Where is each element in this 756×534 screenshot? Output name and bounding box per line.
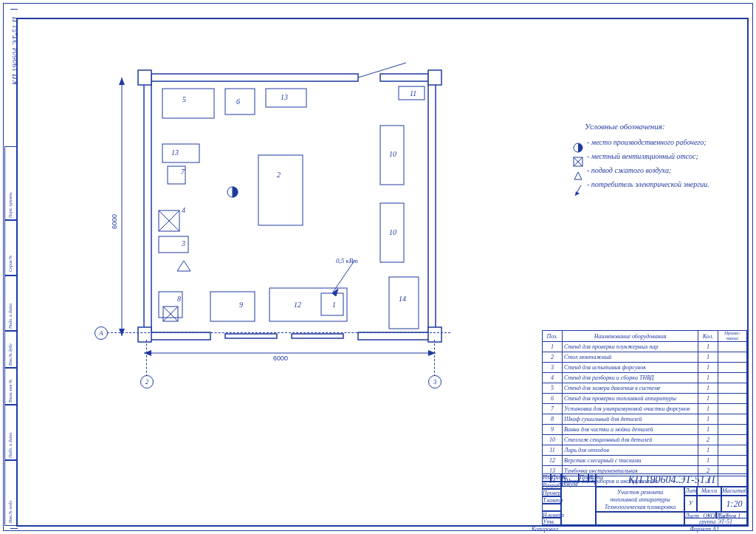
tb-blank [542, 504, 561, 511]
svg-rect-8 [358, 332, 436, 340]
legend-row-0: - место производственного рабочего; [566, 138, 743, 146]
eq-10l: 10 [389, 229, 396, 236]
svg-rect-1 [380, 74, 436, 81]
title-block: КП.190604.ЭТ-51.П Изм Лист № докум. Подп… [542, 473, 747, 525]
spec-table: Поз. Наименование оборудования Кол. Прим… [542, 330, 747, 487]
tb-razrab: Разраб [542, 482, 561, 489]
table-row: 12Верстак слесарный с тисками1 [543, 456, 747, 466]
table-row: 9Ванна для чистки и мойки деталей1 [543, 425, 747, 435]
eq-14: 14 [399, 295, 406, 303]
eq-13b: 13 [171, 149, 179, 157]
table-row: 8Шкаф сушильный для деталей1 [543, 414, 747, 425]
eq-9: 9 [239, 301, 243, 309]
dim-v [111, 70, 140, 351]
tb-u: У [684, 496, 697, 512]
power-lbl: 0,5 кВт [336, 257, 358, 264]
svg-rect-7 [292, 334, 343, 338]
legend-text-0: - место производственного рабочего; [587, 138, 707, 146]
tb-title-l1: Участок ремонта [617, 489, 664, 496]
tb-ndoc: № докум. [561, 473, 579, 482]
tb-org-l2: группа ЭТ-51 [699, 518, 732, 525]
dim-w-lbl: 6000 [273, 355, 288, 362]
svg-rect-10 [428, 70, 441, 85]
svg-rect-27 [258, 155, 303, 225]
legend-text-3: - потребитель электрической энергии. [587, 180, 709, 188]
eq-3: 3 [182, 240, 185, 247]
tb-title-l2: топливной аппаратуры [610, 496, 670, 503]
eq-13a: 13 [281, 94, 288, 101]
hdr-name: Наименование оборудования [563, 331, 698, 342]
legend: Условные обозначения: - место производст… [566, 122, 743, 194]
drawing-sheet: КП.190604.ЭТ-51.П Подп. и дата Инв.№ дуб… [0, 0, 756, 534]
tb-mass: Масса [697, 487, 721, 496]
tb-drawing-no: КП.190604.ЭТ-51.П [596, 473, 747, 487]
eq-4: 4 [182, 207, 185, 214]
lbl-invdubl: Инв.№ дубл [8, 343, 13, 366]
tb-title: Участок ремонта топливной аппаратуры Тех… [596, 487, 684, 512]
svg-rect-12 [428, 327, 441, 342]
lbl-podpdata2: Подп. и дата [8, 433, 13, 458]
svg-rect-13 [162, 89, 214, 118]
floor-plan [107, 70, 476, 366]
svg-rect-31 [210, 292, 255, 321]
svg-rect-0 [144, 74, 358, 81]
tb-blank2 [596, 512, 684, 525]
tb-left-empty [561, 482, 596, 525]
table-row: 2Стол монтажный1 [543, 352, 747, 363]
eq-6: 6 [236, 98, 240, 106]
kopirovat-lbl: Копировал [532, 526, 558, 533]
tb-title-l3: Технологическая планировка [605, 504, 676, 510]
tb-lit: Лит [684, 487, 697, 496]
eq-7: 7 [181, 168, 185, 176]
dim-h [140, 346, 443, 368]
svg-rect-3 [144, 74, 151, 340]
lbl-pervprim: Перв. примен. [8, 191, 13, 218]
hdr-poz: Поз. [543, 331, 563, 342]
rotated-drawing-no: КП.190604.ЭТ-51.П [11, 16, 19, 85]
table-row: 3Стенд для испытания форсунок1 [543, 363, 747, 373]
tb-podp: Подп. [579, 473, 588, 482]
tb-mash: Масштаб [721, 487, 747, 496]
axis-3: 3 [428, 375, 441, 388]
legend-title: Условные обозначения: [585, 122, 743, 131]
lbl-invpod: Инв.№ подл [8, 501, 13, 523]
tb-tkontr: Т.контр [542, 496, 561, 504]
eq-8: 8 [177, 295, 181, 303]
dim-h-lbl: 6000 [111, 214, 118, 229]
legend-row-3: - потребитель электрической энергии. [566, 180, 743, 188]
table-row: 11Ларь для отходов1 [543, 445, 747, 456]
axis-2: 2 [140, 375, 154, 388]
lbl-vzinv: Взам. инв № [8, 379, 13, 403]
svg-rect-4 [428, 74, 436, 340]
tb-org: ОКОТСиТ группа ЭТ-51 [684, 512, 747, 525]
tb-izm: Изм [542, 473, 551, 482]
tb-nkontr: Н.контр [542, 511, 561, 518]
hdr-kol: Кол. [698, 331, 718, 342]
axis-A: А [94, 326, 108, 340]
lbl-spravN: Справ № [8, 255, 13, 272]
format-lbl: Формат А1 [690, 526, 719, 533]
eq-10u: 10 [389, 151, 396, 158]
svg-rect-5 [144, 332, 210, 340]
axis-h-A [107, 332, 450, 333]
table-row: 5Стенд для замера давления в системе1 [543, 383, 747, 394]
tb-utv: Утв. [542, 518, 561, 525]
tb-data: Дата [588, 473, 596, 482]
eq-1: 1 [332, 301, 336, 309]
svg-rect-14 [225, 89, 255, 114]
table-row: 10Стеллаж секционный для деталей2 [543, 435, 747, 445]
axis-v-3 [434, 340, 435, 377]
eq-2: 2 [277, 171, 281, 179]
legend-row-2: - подвод сжатого воздуха; [566, 166, 743, 174]
table-row: 1Стенд для проверки плунжерных пар1 [543, 342, 747, 352]
table-row: 6Стенд для проверки топливной аппаратуры… [543, 394, 747, 404]
eq-12: 12 [294, 301, 301, 309]
svg-rect-17 [162, 144, 199, 162]
legend-text-2: - подвод сжатого воздуха; [587, 166, 671, 174]
eq-5: 5 [182, 96, 186, 103]
table-row: 7Установка для ультразвуковой очистки фо… [543, 404, 747, 414]
tb-scale: 1:20 [721, 496, 747, 512]
legend-row-1: - местный вентиляционный отсос; [566, 152, 743, 160]
tb-mass-v [697, 496, 721, 512]
table-row: 4Стенд для разборки и сборки ТНВД1 [543, 373, 747, 383]
